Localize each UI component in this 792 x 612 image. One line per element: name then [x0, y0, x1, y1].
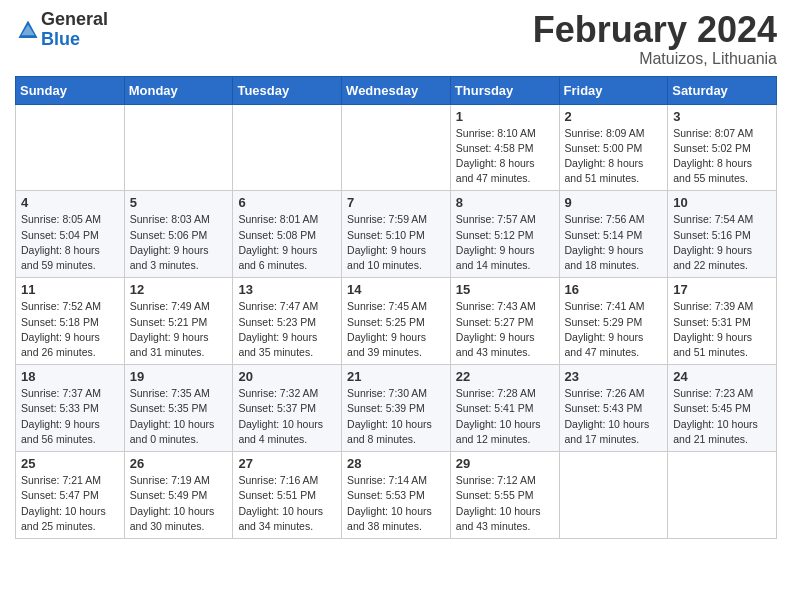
day-number: 26 — [130, 456, 228, 471]
calendar-cell: 9Sunrise: 7:56 AMSunset: 5:14 PMDaylight… — [559, 191, 668, 278]
day-info: Sunrise: 7:16 AMSunset: 5:51 PMDaylight:… — [238, 473, 336, 534]
calendar-cell: 26Sunrise: 7:19 AMSunset: 5:49 PMDayligh… — [124, 452, 233, 539]
day-number: 25 — [21, 456, 119, 471]
calendar-cell: 25Sunrise: 7:21 AMSunset: 5:47 PMDayligh… — [16, 452, 125, 539]
day-info: Sunrise: 7:47 AMSunset: 5:23 PMDaylight:… — [238, 299, 336, 360]
header: General Blue February 2024 Matuizos, Lit… — [15, 10, 777, 68]
day-number: 20 — [238, 369, 336, 384]
title-area: February 2024 Matuizos, Lithuania — [533, 10, 777, 68]
logo-blue-text: Blue — [41, 30, 108, 50]
week-row-5: 25Sunrise: 7:21 AMSunset: 5:47 PMDayligh… — [16, 452, 777, 539]
calendar-cell: 17Sunrise: 7:39 AMSunset: 5:31 PMDayligh… — [668, 278, 777, 365]
week-row-2: 4Sunrise: 8:05 AMSunset: 5:04 PMDaylight… — [16, 191, 777, 278]
calendar-cell: 3Sunrise: 8:07 AMSunset: 5:02 PMDaylight… — [668, 104, 777, 191]
weekday-header-saturday: Saturday — [668, 76, 777, 104]
calendar-cell — [559, 452, 668, 539]
calendar-cell: 22Sunrise: 7:28 AMSunset: 5:41 PMDayligh… — [450, 365, 559, 452]
day-info: Sunrise: 7:35 AMSunset: 5:35 PMDaylight:… — [130, 386, 228, 447]
calendar-cell: 29Sunrise: 7:12 AMSunset: 5:55 PMDayligh… — [450, 452, 559, 539]
day-number: 28 — [347, 456, 445, 471]
calendar-cell: 27Sunrise: 7:16 AMSunset: 5:51 PMDayligh… — [233, 452, 342, 539]
calendar-cell: 8Sunrise: 7:57 AMSunset: 5:12 PMDaylight… — [450, 191, 559, 278]
day-info: Sunrise: 7:12 AMSunset: 5:55 PMDaylight:… — [456, 473, 554, 534]
day-info: Sunrise: 7:59 AMSunset: 5:10 PMDaylight:… — [347, 212, 445, 273]
day-info: Sunrise: 8:05 AMSunset: 5:04 PMDaylight:… — [21, 212, 119, 273]
day-number: 19 — [130, 369, 228, 384]
day-number: 27 — [238, 456, 336, 471]
calendar-cell — [233, 104, 342, 191]
day-info: Sunrise: 8:10 AMSunset: 4:58 PMDaylight:… — [456, 126, 554, 187]
calendar-cell: 15Sunrise: 7:43 AMSunset: 5:27 PMDayligh… — [450, 278, 559, 365]
calendar-cell: 1Sunrise: 8:10 AMSunset: 4:58 PMDaylight… — [450, 104, 559, 191]
day-info: Sunrise: 7:37 AMSunset: 5:33 PMDaylight:… — [21, 386, 119, 447]
day-info: Sunrise: 7:28 AMSunset: 5:41 PMDaylight:… — [456, 386, 554, 447]
calendar-cell: 20Sunrise: 7:32 AMSunset: 5:37 PMDayligh… — [233, 365, 342, 452]
day-number: 17 — [673, 282, 771, 297]
logo-general-text: General — [41, 10, 108, 30]
calendar-cell: 6Sunrise: 8:01 AMSunset: 5:08 PMDaylight… — [233, 191, 342, 278]
calendar-cell — [342, 104, 451, 191]
day-number: 7 — [347, 195, 445, 210]
week-row-1: 1Sunrise: 8:10 AMSunset: 4:58 PMDaylight… — [16, 104, 777, 191]
day-number: 10 — [673, 195, 771, 210]
calendar-body: 1Sunrise: 8:10 AMSunset: 4:58 PMDaylight… — [16, 104, 777, 538]
day-number: 23 — [565, 369, 663, 384]
calendar-cell: 14Sunrise: 7:45 AMSunset: 5:25 PMDayligh… — [342, 278, 451, 365]
calendar-cell: 11Sunrise: 7:52 AMSunset: 5:18 PMDayligh… — [16, 278, 125, 365]
day-number: 22 — [456, 369, 554, 384]
weekday-header-sunday: Sunday — [16, 76, 125, 104]
weekday-header-monday: Monday — [124, 76, 233, 104]
day-number: 1 — [456, 109, 554, 124]
weekday-header-thursday: Thursday — [450, 76, 559, 104]
calendar-cell — [124, 104, 233, 191]
weekday-header-friday: Friday — [559, 76, 668, 104]
calendar-cell: 4Sunrise: 8:05 AMSunset: 5:04 PMDaylight… — [16, 191, 125, 278]
day-info: Sunrise: 8:01 AMSunset: 5:08 PMDaylight:… — [238, 212, 336, 273]
day-info: Sunrise: 7:54 AMSunset: 5:16 PMDaylight:… — [673, 212, 771, 273]
day-info: Sunrise: 8:03 AMSunset: 5:06 PMDaylight:… — [130, 212, 228, 273]
calendar-cell: 23Sunrise: 7:26 AMSunset: 5:43 PMDayligh… — [559, 365, 668, 452]
day-info: Sunrise: 8:07 AMSunset: 5:02 PMDaylight:… — [673, 126, 771, 187]
calendar-cell: 18Sunrise: 7:37 AMSunset: 5:33 PMDayligh… — [16, 365, 125, 452]
location: Matuizos, Lithuania — [533, 50, 777, 68]
day-info: Sunrise: 7:49 AMSunset: 5:21 PMDaylight:… — [130, 299, 228, 360]
weekday-header-wednesday: Wednesday — [342, 76, 451, 104]
day-info: Sunrise: 7:52 AMSunset: 5:18 PMDaylight:… — [21, 299, 119, 360]
logo: General Blue — [15, 10, 108, 50]
calendar-cell: 19Sunrise: 7:35 AMSunset: 5:35 PMDayligh… — [124, 365, 233, 452]
day-number: 12 — [130, 282, 228, 297]
day-number: 18 — [21, 369, 119, 384]
calendar-cell — [16, 104, 125, 191]
calendar-cell: 16Sunrise: 7:41 AMSunset: 5:29 PMDayligh… — [559, 278, 668, 365]
day-info: Sunrise: 7:56 AMSunset: 5:14 PMDaylight:… — [565, 212, 663, 273]
day-number: 21 — [347, 369, 445, 384]
day-number: 24 — [673, 369, 771, 384]
day-info: Sunrise: 7:21 AMSunset: 5:47 PMDaylight:… — [21, 473, 119, 534]
day-info: Sunrise: 7:45 AMSunset: 5:25 PMDaylight:… — [347, 299, 445, 360]
day-info: Sunrise: 7:30 AMSunset: 5:39 PMDaylight:… — [347, 386, 445, 447]
calendar-table: SundayMondayTuesdayWednesdayThursdayFrid… — [15, 76, 777, 539]
calendar-cell: 12Sunrise: 7:49 AMSunset: 5:21 PMDayligh… — [124, 278, 233, 365]
day-info: Sunrise: 7:43 AMSunset: 5:27 PMDaylight:… — [456, 299, 554, 360]
day-number: 29 — [456, 456, 554, 471]
month-year: February 2024 — [533, 10, 777, 50]
day-info: Sunrise: 7:14 AMSunset: 5:53 PMDaylight:… — [347, 473, 445, 534]
calendar-cell: 13Sunrise: 7:47 AMSunset: 5:23 PMDayligh… — [233, 278, 342, 365]
day-number: 2 — [565, 109, 663, 124]
logo-icon — [17, 19, 39, 41]
calendar-cell: 28Sunrise: 7:14 AMSunset: 5:53 PMDayligh… — [342, 452, 451, 539]
day-number: 5 — [130, 195, 228, 210]
week-row-3: 11Sunrise: 7:52 AMSunset: 5:18 PMDayligh… — [16, 278, 777, 365]
day-number: 14 — [347, 282, 445, 297]
calendar-cell: 21Sunrise: 7:30 AMSunset: 5:39 PMDayligh… — [342, 365, 451, 452]
day-number: 16 — [565, 282, 663, 297]
day-number: 4 — [21, 195, 119, 210]
weekday-header-tuesday: Tuesday — [233, 76, 342, 104]
day-number: 15 — [456, 282, 554, 297]
calendar-cell: 24Sunrise: 7:23 AMSunset: 5:45 PMDayligh… — [668, 365, 777, 452]
day-number: 9 — [565, 195, 663, 210]
day-info: Sunrise: 8:09 AMSunset: 5:00 PMDaylight:… — [565, 126, 663, 187]
calendar-cell: 7Sunrise: 7:59 AMSunset: 5:10 PMDaylight… — [342, 191, 451, 278]
day-info: Sunrise: 7:19 AMSunset: 5:49 PMDaylight:… — [130, 473, 228, 534]
day-number: 6 — [238, 195, 336, 210]
